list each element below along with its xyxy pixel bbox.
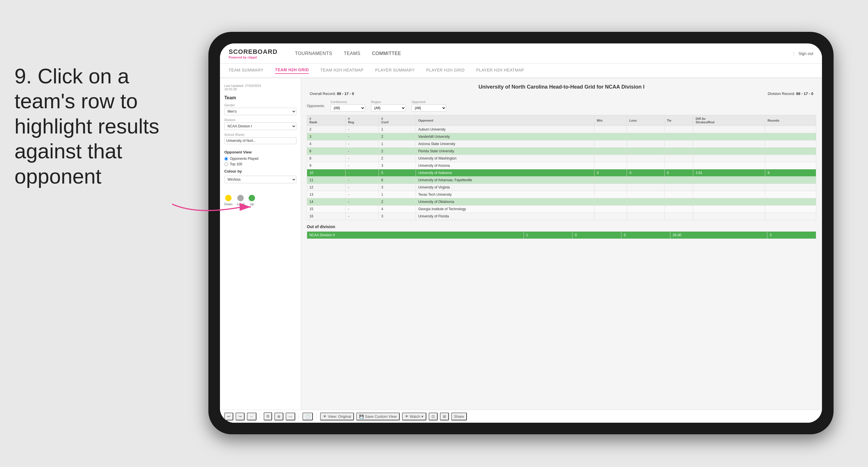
instruction-text: 9. Click on a team's row to highlight re… <box>14 64 194 189</box>
th-rank: #Rank <box>307 115 346 126</box>
toolbar-btn-3[interactable]: — <box>286 413 295 420</box>
tab-team-h2h-heatmap[interactable]: TEAM H2H HEATMAP <box>320 68 364 74</box>
table-row[interactable]: 14-2University of Oklahoma <box>307 198 816 206</box>
tab-player-summary[interactable]: PLAYER SUMMARY <box>375 68 414 74</box>
opponent-select[interactable]: (All) <box>411 105 446 112</box>
table-row[interactable]: 8-2University of Washington <box>307 155 816 162</box>
tab-player-h2h-heatmap[interactable]: PLAYER H2H HEATMAP <box>476 68 524 74</box>
th-reg: #Reg <box>346 115 379 126</box>
tab-team-summary[interactable]: TEAM SUMMARY <box>229 68 264 74</box>
table-row[interactable]: 10-5University of Alabama3002.618 <box>307 169 816 177</box>
toolbar-btn-1[interactable]: ⧉ <box>264 412 272 420</box>
tab-player-h2h-grid[interactable]: PLAYER H2H GRID <box>426 68 465 74</box>
th-loss: Loss <box>627 115 664 126</box>
opponent-view-title: Opponent View <box>224 150 297 154</box>
opponent-label: Opponent <box>411 100 446 104</box>
division-record: Division Record: 88 - 17 - 0 <box>768 91 813 96</box>
ood-diff: 26.00 <box>670 232 767 239</box>
opponent-filter: Opponent (All) <box>411 100 446 112</box>
out-of-division-table: NCAA Division II 1 0 0 26.00 3 <box>307 231 816 239</box>
table-row[interactable]: 3-2Vanderbilt University <box>307 133 816 140</box>
table-row[interactable]: 9-3University of Arizona <box>307 162 816 169</box>
conference-label: Conference <box>331 100 365 104</box>
back-button[interactable]: ← <box>247 413 256 420</box>
view-icon: 👁 <box>323 414 327 419</box>
legend-up-circle <box>249 195 255 201</box>
clock-button[interactable]: 🕐 <box>303 413 313 420</box>
logo-scoreboard: SCOREBOARD <box>229 48 278 56</box>
sign-out-area: | Sign out <box>793 51 813 56</box>
legend-level: Level <box>237 195 244 206</box>
tab-team-h2h-grid[interactable]: TEAM H2H GRID <box>275 67 309 74</box>
redo-button[interactable]: ↪ <box>236 413 245 420</box>
nav-item-tournaments[interactable]: TOURNAMENTS <box>295 51 332 56</box>
top-nav: SCOREBOARD Powered by clippd TOURNAMENTS… <box>220 43 822 64</box>
sidebar-division-select[interactable]: NCAA Division I <box>224 122 297 130</box>
th-opponent: Opponent <box>415 115 594 126</box>
tablet-frame: SCOREBOARD Powered by clippd TOURNAMENTS… <box>208 32 834 434</box>
sidebar-school-label: School (Rank) <box>224 133 297 136</box>
toolbar-icon-btn-2[interactable]: ⊞ <box>440 413 449 420</box>
th-tie: Tie <box>664 115 693 126</box>
ood-tie: 0 <box>621 232 670 239</box>
out-of-division-row[interactable]: NCAA Division II 1 0 0 26.00 3 <box>307 232 816 239</box>
sidebar: Last Updated: 27/03/2024 16:55:38 Team G… <box>220 78 301 423</box>
filters-row: Opponents: Conference (All) Region (All) <box>307 100 816 112</box>
toolbar-divider-3 <box>316 413 317 419</box>
toolbar-divider-1 <box>260 413 260 419</box>
overall-record: Overall Record: 89 - 17 - 0 <box>310 91 354 96</box>
table-row[interactable]: 4-1Arizona State University <box>307 140 816 148</box>
bottom-toolbar: ↩ ↪ ← ⧉ ⊕ — 🕐 👁 View: Original 💾 Save Cu… <box>220 410 822 423</box>
opponents-label: Opponents: <box>307 104 325 108</box>
eye-icon: 👁 <box>405 414 409 419</box>
h2h-table: #Rank #Reg #Conf Opponent Win Loss Tie D… <box>307 115 816 220</box>
sidebar-school-input[interactable] <box>224 137 297 144</box>
radio-group: Opponents Played Top 100 <box>224 157 297 166</box>
toolbar-btn-2[interactable]: ⊕ <box>274 413 283 420</box>
share-button[interactable]: Share <box>451 413 467 420</box>
region-select[interactable]: (All) <box>371 105 406 112</box>
table-row[interactable]: 13-1Texas Tech University <box>307 191 816 198</box>
table-row[interactable]: 6-2Florida State University <box>307 148 816 155</box>
table-header-row: #Rank #Reg #Conf Opponent Win Loss Tie D… <box>307 115 816 126</box>
th-rounds: Rounds <box>765 115 816 126</box>
region-filter: Region (All) <box>371 100 406 112</box>
legend-down: Down <box>224 195 232 206</box>
radio-opponents-played[interactable]: Opponents Played <box>224 157 297 161</box>
radio-top100[interactable]: Top 100 <box>224 162 297 166</box>
conference-select[interactable]: (All) <box>331 105 365 112</box>
undo-button[interactable]: ↩ <box>224 413 233 420</box>
colour-by-select[interactable]: Win/loss <box>224 176 297 183</box>
table-row[interactable]: 15-4Georgia Institute of Technology <box>307 206 816 213</box>
logo-powered: Powered by clippd <box>229 56 278 59</box>
save-custom-button[interactable]: 💾 Save Custom View <box>356 413 400 420</box>
toolbar-divider-2 <box>299 413 299 419</box>
table-row[interactable]: 16-3University of Florida <box>307 213 816 220</box>
save-icon: 💾 <box>359 414 364 419</box>
sidebar-team-title: Team <box>224 95 297 100</box>
ood-win: 1 <box>524 232 572 239</box>
th-diff: Diff AvStrokes/Rnd <box>693 115 765 126</box>
watch-button[interactable]: 👁 Watch ▾ <box>402 413 426 420</box>
table-row[interactable]: 12-3University of Virginia <box>307 184 816 191</box>
legend-down-circle <box>225 195 231 201</box>
content-panel: University of North Carolina Head-to-Hea… <box>301 78 822 423</box>
toolbar-icon-btn-1[interactable]: ⊡ <box>429 413 438 420</box>
table-row[interactable]: 2-1Auburn University <box>307 126 816 133</box>
sidebar-gender-select[interactable]: Men's <box>224 108 297 115</box>
table-row[interactable]: 11-6University of Arkansas, Fayetteville <box>307 177 816 184</box>
nav-items: TOURNAMENTS TEAMS COMMITTEE <box>295 51 782 56</box>
sign-out-button[interactable]: Sign out <box>799 51 813 56</box>
out-of-division-label: Out of division <box>307 224 816 229</box>
out-of-division-section: Out of division NCAA Division II 1 0 0 2… <box>307 224 816 239</box>
panel-title: University of North Carolina Head-to-Hea… <box>307 84 816 90</box>
sub-nav: TEAM SUMMARY TEAM H2H GRID TEAM H2H HEAT… <box>220 64 822 78</box>
ood-rounds: 3 <box>767 232 816 239</box>
nav-item-committee[interactable]: COMMITTEE <box>372 51 401 56</box>
legend-level-circle <box>237 195 244 201</box>
logo-area: SCOREBOARD Powered by clippd <box>229 48 278 59</box>
view-original-button[interactable]: 👁 View: Original <box>320 413 354 420</box>
ood-division: NCAA Division II <box>307 232 524 239</box>
conference-filter: Conference (All) <box>331 100 365 112</box>
nav-item-teams[interactable]: TEAMS <box>344 51 361 56</box>
